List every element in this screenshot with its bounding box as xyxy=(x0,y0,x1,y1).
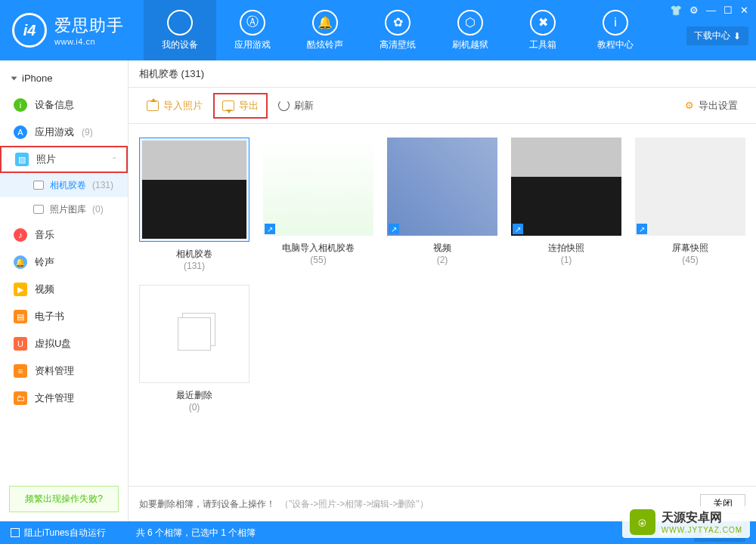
watermark-sub: WWW.JYTYAZ.COM xyxy=(662,526,742,534)
usb-icon: U xyxy=(14,337,27,351)
sidebar-sub-photo-library[interactable]: 照片图库 (0) xyxy=(0,197,128,221)
itunes-checkbox[interactable] xyxy=(11,528,20,537)
close-icon[interactable]: ✕ xyxy=(740,5,748,16)
nav-label: 教程中心 xyxy=(597,39,634,51)
album-card-camera-roll[interactable]: 相机胶卷 (131) xyxy=(139,138,249,271)
sidebar-item-ringtones[interactable]: 🔔 铃声 xyxy=(0,249,128,276)
album-card-screenshots[interactable]: ↗ 屏幕快照 (45) xyxy=(635,138,745,271)
status-summary: 共 6 个相簿，已选中 1 个相簿 xyxy=(136,527,256,539)
album-thumb: ↗ xyxy=(387,138,497,236)
folder-icon: 🗀 xyxy=(14,391,27,405)
chevron-icon: ⌃ xyxy=(111,156,117,164)
nav-toolbox[interactable]: ✖ 工具箱 xyxy=(507,0,579,60)
album-title: 最近删除 xyxy=(139,389,249,402)
album-grid: 相机胶卷 (131) ↗ 电脑导入相机胶卷 (55) ↗ 视频 (2) ↗ 连拍… xyxy=(129,124,756,486)
download-center-button[interactable]: 下载中心 ⬇ xyxy=(686,26,748,45)
album-card-videos[interactable]: ↗ 视频 (2) xyxy=(387,138,497,271)
breadcrumb: 相机胶卷 (131) xyxy=(129,60,756,88)
sidebar-item-ebooks[interactable]: ▤ 电子书 xyxy=(0,303,128,330)
sidebar-item-photos[interactable]: ▧ 照片 ⌃ xyxy=(0,146,128,173)
top-nav: 我的设备 Ⓐ 应用游戏 🔔 酷炫铃声 ✿ 高清壁纸 ⬡ 刷机越狱 ✖ 工具箱 i… xyxy=(144,0,665,60)
info-icon: i xyxy=(603,10,628,36)
export-button[interactable]: 导出 xyxy=(213,93,268,119)
box-icon: ⬡ xyxy=(457,10,483,36)
device-selector[interactable]: iPhone xyxy=(0,65,128,91)
export-settings-button[interactable]: ⚙ 导出设置 xyxy=(677,94,745,117)
nav-label: 应用游戏 xyxy=(234,39,271,51)
nav-ringtones[interactable]: 🔔 酷炫铃声 xyxy=(289,0,361,60)
sidebar-item-label: 资料管理 xyxy=(35,364,74,378)
footer-hint-text: （"设备->照片->相簿->编辑->删除"） xyxy=(280,498,429,511)
import-button[interactable]: 导入照片 xyxy=(139,94,210,117)
import-label: 导入照片 xyxy=(163,99,203,113)
sidebar-item-device-info[interactable]: i 设备信息 xyxy=(0,91,128,119)
album-title: 屏幕快照 xyxy=(635,242,745,255)
sidebar-item-label: 电子书 xyxy=(35,310,64,323)
nav-label: 刷机越狱 xyxy=(452,39,488,51)
settings-icon[interactable]: ⚙ xyxy=(689,5,699,16)
flower-icon: ✿ xyxy=(385,10,411,36)
sidebar-item-label: 铃声 xyxy=(35,255,54,269)
sidebar-item-data[interactable]: ≡ 资料管理 xyxy=(0,357,128,385)
watermark-name: 天源安卓网 xyxy=(662,510,742,526)
shortcut-icon: ↗ xyxy=(513,224,523,234)
nav-wallpapers[interactable]: ✿ 高清壁纸 xyxy=(361,0,434,60)
export-icon xyxy=(222,100,234,111)
watermark: ⍟ 天源安卓网 WWW.JYTYAZ.COM xyxy=(622,506,750,538)
device-name: iPhone xyxy=(22,73,52,84)
nav-jailbreak[interactable]: ⬡ 刷机越狱 xyxy=(434,0,507,60)
data-icon: ≡ xyxy=(14,364,27,378)
sidebar-item-music[interactable]: ♪ 音乐 xyxy=(0,221,128,249)
shortcut-icon: ↗ xyxy=(389,224,399,234)
maximize-icon[interactable]: ☐ xyxy=(723,5,733,16)
nav-my-device[interactable]: 我的设备 xyxy=(144,0,216,60)
refresh-icon xyxy=(278,100,290,111)
appstore-icon: Ⓐ xyxy=(240,10,265,36)
sidebar-item-apps[interactable]: A 应用游戏 (9) xyxy=(0,119,128,146)
album-count: (131) xyxy=(139,261,249,271)
sidebar-sub-camera-roll[interactable]: 相机胶卷 (131) xyxy=(0,173,128,197)
album-card-imported[interactable]: ↗ 电脑导入相机胶卷 (55) xyxy=(263,138,373,271)
album-count: (55) xyxy=(263,255,373,265)
refresh-label: 刷新 xyxy=(294,99,314,113)
album-thumb: ↗ xyxy=(263,138,373,236)
sidebar: iPhone i 设备信息 A 应用游戏 (9) ▧ 照片 ⌃ 相机胶卷 (13… xyxy=(0,60,129,521)
download-icon: ⬇ xyxy=(733,31,741,42)
sidebar-item-udisk[interactable]: U 虚拟U盘 xyxy=(0,330,128,357)
sidebar-item-video[interactable]: ▶ 视频 xyxy=(0,276,128,303)
nav-label: 酷炫铃声 xyxy=(307,39,343,51)
brand: i4 爱思助手 www.i4.cn xyxy=(0,0,144,60)
apple-icon xyxy=(167,10,193,36)
apps-icon: A xyxy=(14,125,27,139)
nav-tutorials[interactable]: i 教程中心 xyxy=(579,0,652,60)
export-label: 导出 xyxy=(239,99,259,113)
header-right: 👕 ⚙ — ☐ ✕ 下载中心 ⬇ xyxy=(665,0,756,60)
album-count: (1) xyxy=(511,255,621,265)
sidebar-item-label: 照片 xyxy=(36,153,56,166)
sidebar-item-label: 文件管理 xyxy=(35,391,74,405)
nav-apps[interactable]: Ⓐ 应用游戏 xyxy=(216,0,289,60)
help-link[interactable]: 频繁出现操作失败? xyxy=(9,486,119,512)
main-area: iPhone i 设备信息 A 应用游戏 (9) ▧ 照片 ⌃ 相机胶卷 (13… xyxy=(0,60,756,521)
minimize-icon[interactable]: — xyxy=(706,5,716,16)
sidebar-sub-count: (131) xyxy=(92,180,113,190)
skin-icon[interactable]: 👕 xyxy=(670,5,682,16)
album-thumb xyxy=(139,285,249,383)
refresh-button[interactable]: 刷新 xyxy=(271,94,321,117)
download-center-label: 下载中心 xyxy=(694,29,730,42)
album-title: 视频 xyxy=(387,242,497,255)
brand-logo-icon: i4 xyxy=(12,13,47,48)
content-area: 相机胶卷 (131) 导入照片 导出 刷新 ⚙ 导出设置 xyxy=(129,60,756,521)
bell-icon: 🔔 xyxy=(312,10,338,36)
sidebar-item-files[interactable]: 🗀 文件管理 xyxy=(0,385,128,412)
import-icon xyxy=(147,100,159,111)
sidebar-item-label: 虚拟U盘 xyxy=(35,337,71,351)
album-title: 电脑导入相机胶卷 xyxy=(263,242,373,255)
sidebar-sub-label: 照片图库 xyxy=(50,203,86,216)
info-icon: i xyxy=(14,98,27,112)
toolbar: 导入照片 导出 刷新 ⚙ 导出设置 xyxy=(129,88,756,124)
gear-icon: ⚙ xyxy=(685,100,694,111)
album-card-recently-deleted[interactable]: 最近删除 (0) xyxy=(139,285,249,413)
album-card-burst[interactable]: ↗ 连拍快照 (1) xyxy=(511,138,621,271)
sidebar-item-label: 视频 xyxy=(35,283,54,296)
